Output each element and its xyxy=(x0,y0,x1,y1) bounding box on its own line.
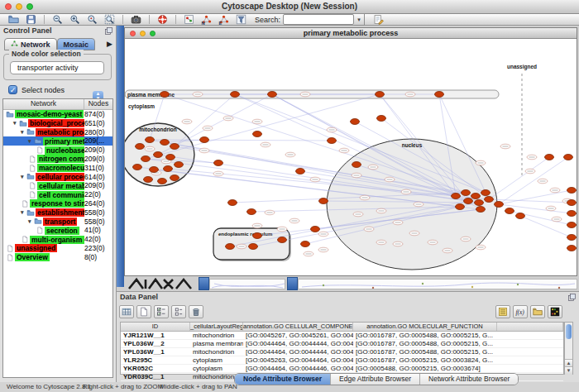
graph-node[interactable] xyxy=(253,131,262,137)
open-icon[interactable] xyxy=(8,14,19,25)
graph-node[interactable] xyxy=(476,207,486,213)
node-color-dropdown[interactable]: transporter activity xyxy=(10,61,104,74)
graph-node[interactable] xyxy=(231,92,240,98)
graph-node[interactable] xyxy=(567,188,577,194)
table-row[interactable]: YJR121W__1mitochondrion[GO:0045267, GO:0… xyxy=(121,332,563,340)
graph-node[interactable] xyxy=(160,140,170,146)
expander-icon[interactable]: ▾ xyxy=(28,218,34,226)
tree-row[interactable]: secretion41(0) xyxy=(3,226,112,235)
tree-row[interactable]: nucleobase-209(0) xyxy=(3,146,112,155)
graph-node[interactable] xyxy=(328,138,337,144)
tree-row[interactable]: nitrogen compo209(0) xyxy=(3,155,112,164)
tree-row[interactable]: ▾biological_process651(0) xyxy=(3,119,112,128)
expander-icon[interactable]: ▾ xyxy=(21,173,26,181)
expander-icon[interactable]: ▾ xyxy=(21,128,26,136)
tree-row[interactable]: cell communicat22(0) xyxy=(3,190,112,199)
network-view-window[interactable]: primary metabolic process plasma membran… xyxy=(124,27,577,276)
network-tree-header[interactable]: Network Nodes xyxy=(3,99,112,110)
graph-node[interactable] xyxy=(170,144,179,150)
graph-node[interactable] xyxy=(164,166,173,172)
float-panel-icon[interactable] xyxy=(567,293,577,302)
help-icon[interactable] xyxy=(157,14,168,25)
graph-node[interactable] xyxy=(214,160,223,166)
graph-node[interactable] xyxy=(351,119,360,125)
minimized-window-canvas[interactable] xyxy=(298,279,577,289)
graph-node[interactable] xyxy=(175,162,184,168)
graph-node[interactable] xyxy=(170,175,179,181)
matrix-button[interactable] xyxy=(548,305,562,318)
graph-node[interactable] xyxy=(158,179,167,184)
zoom-fit-icon[interactable] xyxy=(104,14,115,25)
graph-node[interactable] xyxy=(567,200,577,206)
scroll-down-arrow[interactable]: ▼ xyxy=(565,366,572,375)
tree-col-network[interactable]: Network xyxy=(3,99,84,109)
graph-node[interactable] xyxy=(516,213,525,219)
graph-node[interactable] xyxy=(249,244,258,250)
column-header[interactable]: annotation.GO CELLULAR_COMPONENT xyxy=(243,323,353,331)
graph-node[interactable] xyxy=(247,209,256,215)
new-doc-button[interactable] xyxy=(136,305,151,318)
tree-row[interactable]: unassigned223(0) xyxy=(3,244,112,253)
zoom-in-icon[interactable] xyxy=(69,14,80,25)
tree-row[interactable]: ▾cellular process614(0) xyxy=(3,173,112,182)
graph-node[interactable] xyxy=(160,92,170,98)
snapshot-icon[interactable] xyxy=(131,14,141,25)
minimized-window-titlebar[interactable] xyxy=(199,277,209,290)
attr-list-button[interactable] xyxy=(495,305,510,318)
expander-icon[interactable]: ▾ xyxy=(21,208,26,217)
table-button[interactable] xyxy=(119,305,134,318)
tree-row[interactable]: Overview8(0) xyxy=(3,253,112,262)
graph-node[interactable] xyxy=(253,233,262,239)
delete-button[interactable] xyxy=(189,305,203,318)
table-row[interactable]: YLR295Ccytoplasm[GO:0045263, GO:0044464,… xyxy=(121,356,563,365)
tree-row[interactable]: ▾transport558(0) xyxy=(3,218,112,227)
select-attrs-button[interactable] xyxy=(154,305,169,318)
network-canvas[interactable]: plasma membranecytoplasmmitochondrionnuc… xyxy=(125,39,577,275)
filter-icon[interactable] xyxy=(236,14,246,25)
formula-button[interactable]: f(x) xyxy=(513,305,528,318)
background-window-edge[interactable] xyxy=(117,26,124,287)
import-button[interactable] xyxy=(530,305,545,318)
graph-node[interactable] xyxy=(141,156,151,162)
graph-node[interactable] xyxy=(471,194,481,199)
graph-node[interactable] xyxy=(567,211,577,217)
graph-node[interactable] xyxy=(133,165,142,170)
graph-node[interactable] xyxy=(154,152,163,158)
scrollbar-thumb[interactable] xyxy=(566,324,572,339)
graph-node[interactable] xyxy=(564,155,573,160)
table-row[interactable]: YPL036W__1mitochondrion[GO:0044464, GO:0… xyxy=(121,348,563,356)
graph-node[interactable] xyxy=(452,194,461,199)
zoom-out-icon[interactable] xyxy=(52,14,63,25)
graph-node[interactable] xyxy=(278,237,287,243)
graph-node[interactable] xyxy=(226,244,235,250)
annotation-icon[interactable] xyxy=(184,14,194,25)
table-row[interactable]: YPL036W__2plasma membrane[GO:0044464, GO… xyxy=(121,340,563,348)
select-nodes-checkbox[interactable]: ✓ xyxy=(8,85,17,94)
search-input[interactable] xyxy=(283,14,354,25)
attr-edit-icon[interactable] xyxy=(373,14,384,25)
minimized-window-canvas[interactable] xyxy=(209,279,285,289)
float-panel-icon[interactable] xyxy=(104,26,113,36)
tree-col-nodes[interactable]: Nodes xyxy=(84,99,112,109)
tree-row[interactable]: cellular metabol209(0) xyxy=(3,181,112,190)
graph-node[interactable] xyxy=(475,200,484,206)
graph-node[interactable] xyxy=(150,167,159,173)
column-header[interactable]: annotation.GO MOLECULAR_FUNCTION xyxy=(353,323,497,331)
tab-network[interactable]: Network xyxy=(4,38,57,50)
graph-node[interactable] xyxy=(485,197,494,203)
tab-mosaic[interactable]: Mosaic xyxy=(57,38,96,50)
minimized-window-titlebar[interactable] xyxy=(287,277,298,290)
graph-node[interactable] xyxy=(311,227,320,232)
graph-node[interactable] xyxy=(146,137,155,143)
graph-node[interactable] xyxy=(319,198,328,204)
graph-node[interactable] xyxy=(136,144,145,150)
minimized-window-overview[interactable] xyxy=(127,277,197,291)
graph-node[interactable] xyxy=(456,204,465,210)
graph-node[interactable] xyxy=(481,190,490,196)
graph-node[interactable] xyxy=(495,202,504,208)
expander-icon[interactable]: ▾ xyxy=(13,119,19,127)
table-row[interactable]: YKR052Ccytoplasm[GO:0044464, GO:0044446,… xyxy=(121,365,563,373)
viz-node-icon[interactable]: N xyxy=(201,14,212,25)
tab-overflow-arrow[interactable]: ▶ xyxy=(107,40,112,48)
attribute-table[interactable]: ID_cellularLayoutRegionannotation.GO CEL… xyxy=(120,322,564,375)
